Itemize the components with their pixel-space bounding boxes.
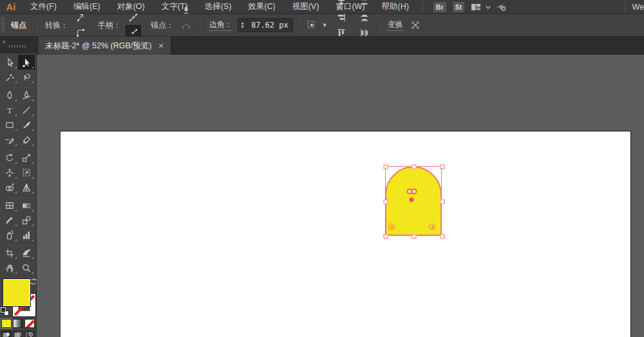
corner-widget-top-right[interactable] <box>412 189 417 195</box>
chevron-down-icon[interactable] <box>485 5 491 10</box>
scale-tool[interactable] <box>18 150 35 165</box>
bridge-button[interactable]: Br <box>433 2 446 12</box>
corner-stepper[interactable]: ▲▼ <box>238 19 247 32</box>
selection-handle-bottom-center[interactable] <box>412 235 417 239</box>
magic-wand-tool[interactable] <box>1 70 18 84</box>
curvature-tool[interactable] <box>18 88 35 102</box>
eyedropper-tool[interactable] <box>1 213 18 227</box>
remove-anchor-icon[interactable] <box>178 2 194 17</box>
selection-handle-top-right[interactable] <box>440 165 445 169</box>
default-fill-stroke-icon[interactable] <box>1 307 9 316</box>
column-graph-tool[interactable] <box>18 227 35 242</box>
menu-item-0[interactable]: 文件(F) <box>22 0 65 14</box>
corner-label[interactable]: 边角： <box>209 19 232 31</box>
perspective-grid-tool[interactable] <box>18 180 35 195</box>
document-tab[interactable]: 未标题-2* @ 52% (RGB/预览) ✕ <box>39 37 171 55</box>
workspace-switcher-text[interactable]: We <box>625 2 644 12</box>
selection-handle-bottom-left[interactable] <box>384 235 388 239</box>
line-segment-tool[interactable] <box>18 102 35 117</box>
document-tab-bar: 未标题-2* @ 52% (RGB/预览) ✕ <box>37 37 644 55</box>
none-button[interactable] <box>24 319 35 328</box>
panel-grip[interactable] <box>1 18 5 32</box>
draw-behind-mode[interactable] <box>13 331 23 337</box>
tool-panel-header: « <box>0 37 36 53</box>
selection-handle-mid-left[interactable] <box>384 200 388 204</box>
tools-grid: T <box>0 53 36 275</box>
tool-group-separator <box>3 86 33 86</box>
menu-item-6[interactable]: 视图(V) <box>284 0 328 14</box>
convert-corner-icon[interactable] <box>73 10 88 25</box>
canvas-pasteboard[interactable] <box>37 55 644 337</box>
shape-center-point[interactable] <box>410 198 414 202</box>
corner-radius-field[interactable]: ▲▼ 87.62 px <box>238 18 293 32</box>
artboard-tool[interactable] <box>1 246 18 260</box>
tool-panel: « T <box>0 37 37 337</box>
fill-color-button[interactable] <box>1 319 12 328</box>
draw-normal-mode[interactable] <box>1 331 12 337</box>
draw-inside-mode[interactable] <box>24 331 35 337</box>
selection-handle-top-left[interactable] <box>384 165 388 169</box>
handles-label: 手柄： <box>98 20 121 31</box>
rotate-tool[interactable] <box>1 150 18 165</box>
free-transform-tool[interactable] <box>18 165 35 180</box>
stock-button[interactable]: St <box>453 2 465 12</box>
menubar-separator <box>422 2 423 12</box>
blend-tool[interactable] <box>18 213 35 227</box>
isolate-selection-icon[interactable] <box>305 17 320 33</box>
convert-label: 转换： <box>45 20 68 31</box>
gradient-button[interactable] <box>13 319 23 328</box>
shaper-tool[interactable] <box>1 132 18 147</box>
distribute-v-center-icon[interactable] <box>357 0 372 10</box>
pen-tool[interactable] <box>1 88 18 102</box>
fill-swatch[interactable] <box>3 278 31 307</box>
connect-path-icon[interactable] <box>178 17 194 33</box>
zoom-tool[interactable] <box>18 260 35 275</box>
selection-handle-mid-right[interactable] <box>440 200 445 204</box>
menu-item-8[interactable]: 帮助(H) <box>374 0 417 14</box>
separator <box>298 17 299 33</box>
fill-stroke-area <box>0 276 37 337</box>
swap-fill-stroke-icon[interactable] <box>30 278 37 285</box>
handles-show-icon[interactable] <box>126 10 141 25</box>
lasso-tool[interactable] <box>18 70 35 84</box>
panel-grip[interactable] <box>9 45 27 48</box>
symbol-sprayer-tool[interactable] <box>1 227 18 242</box>
collapse-panel-icon[interactable]: « <box>2 38 5 45</box>
free-transform-arrows-icon[interactable] <box>408 17 423 33</box>
selection-handle-top-center[interactable] <box>412 165 417 169</box>
workspace-layout-icon[interactable] <box>471 3 481 12</box>
selection-handle-bottom-right[interactable] <box>440 235 445 239</box>
menu-item-5[interactable]: 效果(C) <box>240 0 283 14</box>
rectangle-tool[interactable] <box>1 117 18 132</box>
width-tool[interactable] <box>1 165 18 180</box>
tool-group-separator <box>3 148 33 149</box>
slice-tool[interactable] <box>18 246 35 260</box>
illustrator-logo: Ai <box>0 1 22 12</box>
menu-item-4[interactable]: 选择(S) <box>196 0 240 14</box>
chevron-down-icon[interactable]: ▼ <box>322 22 328 28</box>
align-right-icon[interactable] <box>334 10 349 25</box>
separator <box>35 17 36 33</box>
corner-widget-bottom-right[interactable] <box>429 224 435 230</box>
type-tool[interactable]: T <box>1 102 18 117</box>
color-type-buttons <box>1 319 35 328</box>
paintbrush-tool[interactable] <box>18 117 35 132</box>
align-h-center-icon[interactable] <box>334 0 349 10</box>
selection-tool[interactable] <box>1 55 18 70</box>
share-launch-icon[interactable] <box>495 2 507 12</box>
drawing-mode-buttons <box>1 331 35 337</box>
control-bar: 锚点 转换： 手柄： 锚点： 边角： ▲▼ 87.62 px ▼ 变换 <box>0 14 644 37</box>
tool-group-separator <box>3 196 33 197</box>
eraser-tool[interactable] <box>18 132 35 147</box>
hand-tool[interactable] <box>1 260 18 275</box>
gradient-tool[interactable] <box>18 198 35 213</box>
corner-widget-bottom-left[interactable] <box>388 224 395 230</box>
corner-radius-value[interactable]: 87.62 px <box>247 21 292 30</box>
mesh-tool[interactable] <box>1 198 18 213</box>
shape-builder-tool[interactable] <box>1 180 18 195</box>
direct-selection-tool[interactable] <box>18 55 35 70</box>
transform-link[interactable]: 变换 <box>388 19 403 31</box>
distribute-bottom-icon[interactable] <box>357 10 372 25</box>
artboard[interactable] <box>60 131 631 337</box>
close-icon[interactable]: ✕ <box>158 42 164 50</box>
